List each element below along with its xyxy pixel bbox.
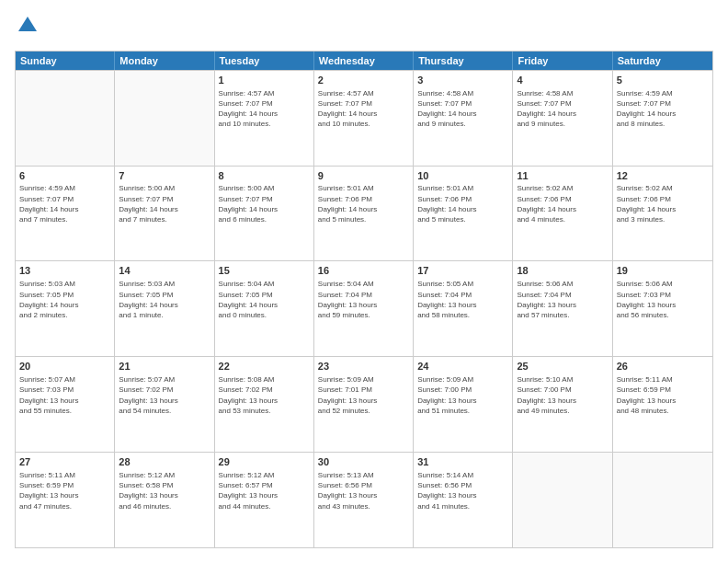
- cal-cell-1-2: [115, 71, 214, 166]
- cell-detail: Sunrise: 5:03 AM Sunset: 7:05 PM Dayligh…: [19, 279, 110, 320]
- cal-row-2: 6Sunrise: 4:59 AM Sunset: 7:07 PM Daylig…: [16, 166, 712, 261]
- day-number: 15: [219, 264, 310, 278]
- day-number: 1: [219, 74, 310, 87]
- cal-cell-3-5: 17Sunrise: 5:05 AM Sunset: 7:04 PM Dayli…: [414, 261, 513, 356]
- cal-row-1: 1Sunrise: 4:57 AM Sunset: 7:07 PM Daylig…: [16, 70, 712, 166]
- cell-detail: Sunrise: 5:07 AM Sunset: 7:03 PM Dayligh…: [19, 374, 110, 416]
- day-number: 31: [417, 455, 508, 469]
- cal-cell-5-7: [613, 453, 712, 547]
- header: [15, 15, 713, 41]
- cell-detail: Sunrise: 5:08 AM Sunset: 7:02 PM Dayligh…: [219, 374, 310, 416]
- day-number: 12: [617, 169, 709, 183]
- cal-cell-5-5: 31Sunrise: 5:14 AM Sunset: 6:56 PM Dayli…: [414, 453, 513, 547]
- cal-cell-2-4: 9Sunrise: 5:01 AM Sunset: 7:06 PM Daylig…: [314, 167, 414, 261]
- cell-detail: Sunrise: 5:12 AM Sunset: 6:58 PM Dayligh…: [119, 470, 210, 511]
- day-number: 25: [517, 360, 608, 373]
- calendar-header: SundayMondayTuesdayWednesdayThursdayFrid…: [16, 52, 712, 70]
- cell-detail: Sunrise: 5:09 AM Sunset: 7:00 PM Dayligh…: [417, 374, 508, 416]
- cell-detail: Sunrise: 5:13 AM Sunset: 6:56 PM Dayligh…: [318, 470, 409, 511]
- cell-detail: Sunrise: 4:58 AM Sunset: 7:07 PM Dayligh…: [417, 88, 508, 130]
- cell-detail: Sunrise: 5:00 AM Sunset: 7:07 PM Dayligh…: [219, 183, 310, 224]
- cell-detail: Sunrise: 5:07 AM Sunset: 7:02 PM Dayligh…: [119, 374, 210, 416]
- cal-cell-4-1: 20Sunrise: 5:07 AM Sunset: 7:03 PM Dayli…: [16, 357, 115, 452]
- day-number: 14: [119, 264, 210, 278]
- day-number: 5: [617, 74, 709, 87]
- day-number: 16: [318, 264, 409, 278]
- cal-header-wednesday: Wednesday: [314, 52, 414, 70]
- cal-cell-3-4: 16Sunrise: 5:04 AM Sunset: 7:04 PM Dayli…: [314, 261, 414, 356]
- cell-detail: Sunrise: 4:57 AM Sunset: 7:07 PM Dayligh…: [318, 88, 409, 130]
- cal-cell-4-7: 26Sunrise: 5:11 AM Sunset: 6:59 PM Dayli…: [613, 357, 712, 452]
- cell-detail: Sunrise: 5:12 AM Sunset: 6:57 PM Dayligh…: [219, 470, 310, 511]
- cell-detail: Sunrise: 4:58 AM Sunset: 7:07 PM Dayligh…: [517, 88, 608, 130]
- cal-cell-2-1: 6Sunrise: 4:59 AM Sunset: 7:07 PM Daylig…: [16, 167, 115, 261]
- day-number: 10: [417, 169, 508, 183]
- cell-detail: Sunrise: 5:06 AM Sunset: 7:03 PM Dayligh…: [617, 279, 709, 320]
- day-number: 19: [617, 264, 709, 278]
- cell-detail: Sunrise: 5:02 AM Sunset: 7:06 PM Dayligh…: [517, 183, 608, 224]
- day-number: 7: [119, 169, 210, 183]
- day-number: 23: [318, 360, 409, 373]
- day-number: 28: [119, 455, 210, 469]
- cell-detail: Sunrise: 5:04 AM Sunset: 7:04 PM Dayligh…: [318, 279, 409, 320]
- logo-icon: [17, 15, 39, 37]
- cal-cell-4-5: 24Sunrise: 5:09 AM Sunset: 7:00 PM Dayli…: [414, 357, 513, 452]
- cal-cell-4-6: 25Sunrise: 5:10 AM Sunset: 7:00 PM Dayli…: [513, 357, 612, 452]
- cal-cell-3-6: 18Sunrise: 5:06 AM Sunset: 7:04 PM Dayli…: [513, 261, 612, 356]
- cell-detail: Sunrise: 5:01 AM Sunset: 7:06 PM Dayligh…: [318, 183, 409, 224]
- day-number: 22: [219, 360, 310, 373]
- cal-cell-1-3: 1Sunrise: 4:57 AM Sunset: 7:07 PM Daylig…: [215, 71, 314, 166]
- cell-detail: Sunrise: 4:59 AM Sunset: 7:07 PM Dayligh…: [19, 183, 110, 224]
- cal-cell-3-2: 14Sunrise: 5:03 AM Sunset: 7:05 PM Dayli…: [115, 261, 214, 356]
- cal-cell-4-3: 22Sunrise: 5:08 AM Sunset: 7:02 PM Dayli…: [215, 357, 314, 452]
- cal-cell-3-3: 15Sunrise: 5:04 AM Sunset: 7:05 PM Dayli…: [215, 261, 314, 356]
- cal-cell-2-5: 10Sunrise: 5:01 AM Sunset: 7:06 PM Dayli…: [414, 167, 513, 261]
- cal-cell-1-1: [16, 71, 115, 166]
- cal-cell-5-6: [513, 453, 612, 547]
- calendar: SundayMondayTuesdayWednesdayThursdayFrid…: [15, 51, 713, 548]
- cal-cell-5-3: 29Sunrise: 5:12 AM Sunset: 6:57 PM Dayli…: [215, 453, 314, 547]
- cal-cell-3-1: 13Sunrise: 5:03 AM Sunset: 7:05 PM Dayli…: [16, 261, 115, 356]
- cal-row-3: 13Sunrise: 5:03 AM Sunset: 7:05 PM Dayli…: [16, 260, 712, 356]
- cell-detail: Sunrise: 5:01 AM Sunset: 7:06 PM Dayligh…: [417, 183, 508, 224]
- day-number: 8: [219, 169, 310, 183]
- cell-detail: Sunrise: 5:11 AM Sunset: 6:59 PM Dayligh…: [19, 470, 110, 511]
- day-number: 4: [517, 74, 608, 87]
- cell-detail: Sunrise: 5:02 AM Sunset: 7:06 PM Dayligh…: [617, 183, 709, 224]
- cal-cell-1-7: 5Sunrise: 4:59 AM Sunset: 7:07 PM Daylig…: [613, 71, 712, 166]
- cell-detail: Sunrise: 5:11 AM Sunset: 6:59 PM Dayligh…: [617, 374, 709, 416]
- page: SundayMondayTuesdayWednesdayThursdayFrid…: [0, 0, 728, 563]
- cal-cell-4-2: 21Sunrise: 5:07 AM Sunset: 7:02 PM Dayli…: [115, 357, 214, 452]
- day-number: 20: [19, 360, 110, 373]
- cal-cell-1-4: 2Sunrise: 4:57 AM Sunset: 7:07 PM Daylig…: [314, 71, 414, 166]
- cal-cell-5-2: 28Sunrise: 5:12 AM Sunset: 6:58 PM Dayli…: [115, 453, 214, 547]
- cal-cell-3-7: 19Sunrise: 5:06 AM Sunset: 7:03 PM Dayli…: [613, 261, 712, 356]
- day-number: 17: [417, 264, 508, 278]
- svg-marker-0: [18, 17, 37, 31]
- cal-row-4: 20Sunrise: 5:07 AM Sunset: 7:03 PM Dayli…: [16, 356, 712, 452]
- day-number: 11: [517, 169, 608, 183]
- day-number: 3: [417, 74, 508, 87]
- day-number: 9: [318, 169, 409, 183]
- cal-cell-1-6: 4Sunrise: 4:58 AM Sunset: 7:07 PM Daylig…: [513, 71, 612, 166]
- cal-cell-2-7: 12Sunrise: 5:02 AM Sunset: 7:06 PM Dayli…: [613, 167, 712, 261]
- day-number: 29: [219, 455, 310, 469]
- logo: [15, 15, 39, 41]
- cell-detail: Sunrise: 5:03 AM Sunset: 7:05 PM Dayligh…: [119, 279, 210, 320]
- cal-header-tuesday: Tuesday: [215, 52, 314, 70]
- calendar-body: 1Sunrise: 4:57 AM Sunset: 7:07 PM Daylig…: [16, 70, 712, 547]
- cal-header-sunday: Sunday: [16, 52, 115, 70]
- cal-header-saturday: Saturday: [613, 52, 712, 70]
- cell-detail: Sunrise: 5:14 AM Sunset: 6:56 PM Dayligh…: [417, 470, 508, 511]
- cell-detail: Sunrise: 5:05 AM Sunset: 7:04 PM Dayligh…: [417, 279, 508, 320]
- day-number: 13: [19, 264, 110, 278]
- cal-cell-2-6: 11Sunrise: 5:02 AM Sunset: 7:06 PM Dayli…: [513, 167, 612, 261]
- cell-detail: Sunrise: 5:09 AM Sunset: 7:01 PM Dayligh…: [318, 374, 409, 416]
- cell-detail: Sunrise: 5:04 AM Sunset: 7:05 PM Dayligh…: [219, 279, 310, 320]
- day-number: 2: [318, 74, 409, 87]
- cal-header-monday: Monday: [115, 52, 214, 70]
- cell-detail: Sunrise: 5:06 AM Sunset: 7:04 PM Dayligh…: [517, 279, 608, 320]
- cal-cell-5-4: 30Sunrise: 5:13 AM Sunset: 6:56 PM Dayli…: [314, 453, 414, 547]
- cal-cell-4-4: 23Sunrise: 5:09 AM Sunset: 7:01 PM Dayli…: [314, 357, 414, 452]
- day-number: 30: [318, 455, 409, 469]
